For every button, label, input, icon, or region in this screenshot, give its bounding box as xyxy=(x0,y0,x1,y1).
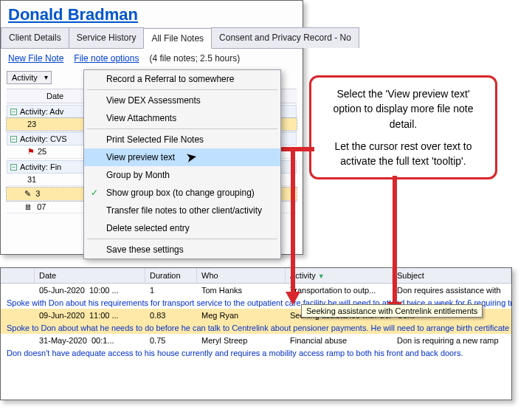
menu-show-group-box[interactable]: Show group box (to change grouping) xyxy=(84,184,280,202)
menu-delete-entry[interactable]: Delete selected entry xyxy=(84,219,280,237)
new-file-note-link[interactable]: New File Note xyxy=(8,53,63,64)
menu-view-dex[interactable]: View DEX Assessments xyxy=(84,92,280,109)
tooltip: Seeking assistance with Centrelink entit… xyxy=(301,304,483,318)
flag-icon: ⚑ xyxy=(27,147,35,156)
menu-transfer-notes[interactable]: Transfer file notes to other client/acti… xyxy=(84,202,280,219)
collapse-icon[interactable]: − xyxy=(10,109,17,115)
menu-view-preview-text[interactable]: View preview text xyxy=(84,148,280,166)
callout-text-2: Let the cursor rest over text to activat… xyxy=(322,139,485,169)
col-date[interactable]: Date xyxy=(35,268,145,283)
bottom-grid-header: Date Duration Who Activity▼ Subject xyxy=(1,268,511,284)
file-notes-toolbar: New File Note File note options (4 file … xyxy=(1,49,303,66)
arrow-line xyxy=(291,147,295,295)
col-activity[interactable]: Activity▼ xyxy=(286,268,393,283)
menu-view-attachments[interactable]: View Attachments xyxy=(84,109,280,127)
groupby-activity-dropdown[interactable]: Activity xyxy=(7,71,52,84)
tab-all-file-notes[interactable]: All File Notes xyxy=(143,28,212,49)
file-note-count-text: (4 file notes; 2.5 hours) xyxy=(149,53,240,64)
col-duration[interactable]: Duration xyxy=(145,268,197,283)
edit-icon: ✎ xyxy=(24,189,31,198)
preview-grid-panel: Date Duration Who Activity▼ Subject 05-J… xyxy=(0,267,512,400)
menu-record-referral[interactable]: Record a Referral to somewhere xyxy=(84,70,280,88)
note-icon: 🗎 xyxy=(24,202,32,211)
collapse-icon[interactable]: − xyxy=(10,136,17,143)
arrowhead-icon xyxy=(286,292,300,305)
table-row[interactable]: 31-May-2020 00:1... 0.75 Meryl Streep Fi… xyxy=(1,334,511,347)
menu-group-by-month[interactable]: Group by Month xyxy=(84,166,280,184)
sort-desc-icon: ▼ xyxy=(318,273,325,280)
tab-client-details[interactable]: Client Details xyxy=(1,27,69,48)
file-note-options-link[interactable]: File note options xyxy=(74,53,139,64)
col-date[interactable]: Date xyxy=(46,92,63,100)
arrow-line xyxy=(393,176,397,305)
menu-save-settings[interactable]: Save these settings xyxy=(84,241,280,258)
table-row[interactable]: 05-Jun-2020 10:00 ... 1 Tom Hanks Transp… xyxy=(1,284,511,297)
client-name-heading[interactable]: Donald Bradman xyxy=(1,1,303,27)
col-subject[interactable]: Subject xyxy=(393,268,511,283)
preview-text: Don doesn't have adequate access to his … xyxy=(1,347,511,359)
tab-consent-privacy[interactable]: Consent and Privacy Record - No xyxy=(211,27,359,48)
collapse-icon[interactable]: − xyxy=(10,164,17,171)
preview-text: Spoke to Don about what he needs to do b… xyxy=(1,322,511,334)
file-note-options-menu: Record a Referral to somewhere View DEX … xyxy=(83,69,281,259)
help-callout: Select the 'View preview text' option to… xyxy=(309,75,497,179)
menu-print-selected[interactable]: Print Selected File Notes xyxy=(84,131,280,148)
tab-strip: Client Details Service History All File … xyxy=(1,27,303,49)
col-who[interactable]: Who xyxy=(197,268,286,283)
tab-service-history[interactable]: Service History xyxy=(69,27,145,48)
callout-text-1: Select the 'View preview text' option to… xyxy=(322,86,485,131)
